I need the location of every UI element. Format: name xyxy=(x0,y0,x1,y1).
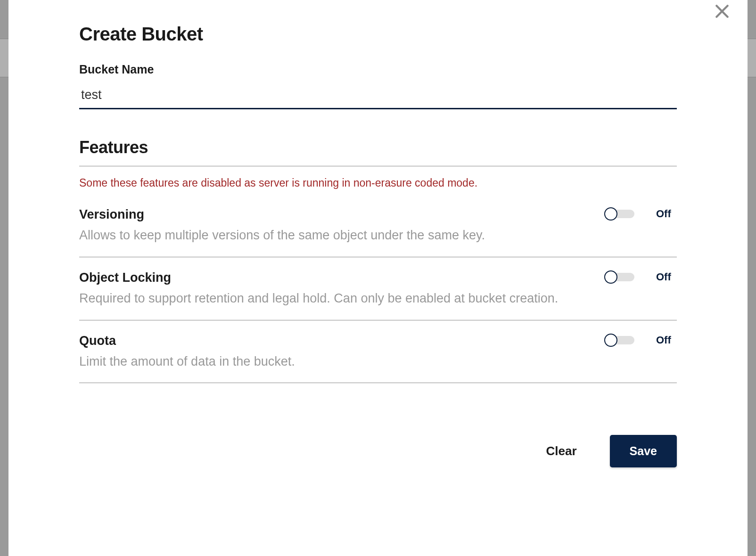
clear-button[interactable]: Clear xyxy=(546,444,577,458)
close-button[interactable] xyxy=(711,0,733,23)
object-locking-toggle[interactable] xyxy=(604,270,638,284)
feature-row-quota: Quota Limit the amount of data in the bu… xyxy=(79,320,677,384)
feature-title: Object Locking xyxy=(79,270,585,285)
feature-description: Limit the amount of data in the bucket. xyxy=(79,353,585,371)
bucket-name-label: Bucket Name xyxy=(79,63,677,76)
create-bucket-modal: Create Bucket Bucket Name Features Some … xyxy=(8,0,748,556)
save-button[interactable]: Save xyxy=(610,435,677,467)
feature-row-object-locking: Object Locking Required to support reten… xyxy=(79,257,677,320)
feature-description: Allows to keep multiple versions of the … xyxy=(79,227,585,245)
modal-title: Create Bucket xyxy=(79,24,677,45)
quota-toggle-state: Off xyxy=(656,334,677,346)
button-row: Clear Save xyxy=(79,435,677,467)
close-icon xyxy=(713,2,731,21)
feature-description: Required to support retention and legal … xyxy=(79,290,585,308)
quota-toggle[interactable] xyxy=(604,334,638,347)
features-warning: Some these features are disabled as serv… xyxy=(79,177,677,189)
versioning-toggle[interactable] xyxy=(604,207,638,221)
feature-row-versioning: Versioning Allows to keep multiple versi… xyxy=(79,194,677,257)
versioning-toggle-state: Off xyxy=(656,208,677,220)
bucket-name-input[interactable] xyxy=(79,85,677,109)
feature-title: Versioning xyxy=(79,207,585,222)
feature-title: Quota xyxy=(79,334,585,348)
section-divider xyxy=(79,166,677,166)
object-locking-toggle-state: Off xyxy=(656,271,677,283)
features-section-title: Features xyxy=(79,138,677,157)
